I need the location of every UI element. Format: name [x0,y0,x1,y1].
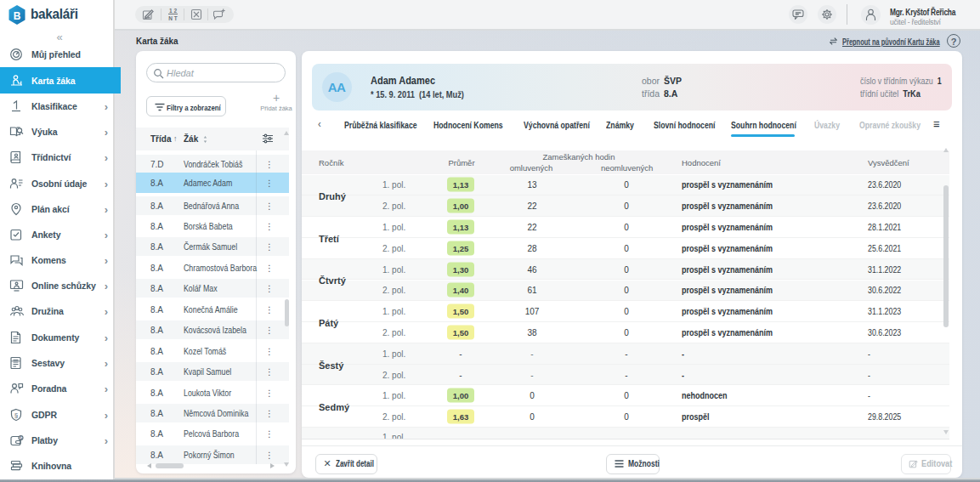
svg-text:B: B [14,10,21,22]
svg-text:§: § [14,411,18,418]
